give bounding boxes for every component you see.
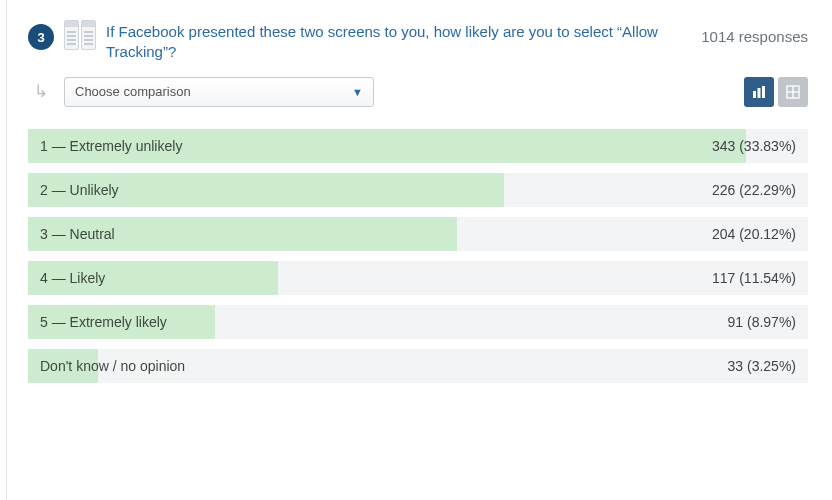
table-view-button[interactable]: [778, 77, 808, 107]
result-bar-value: 117 (11.54%): [712, 270, 796, 286]
question-text: If Facebook presented these two screens …: [106, 18, 691, 63]
result-bar-label: 3 — Neutral: [28, 226, 115, 242]
screenshot-thumb-2[interactable]: [81, 20, 96, 50]
result-bar-row: 2 — Unlikely226 (22.29%): [28, 173, 808, 207]
result-bar-label: 5 — Extremely likely: [28, 314, 167, 330]
compare-dropdown-label: Choose comparison: [75, 84, 191, 99]
svg-rect-1: [758, 88, 761, 98]
svg-rect-0: [753, 91, 756, 98]
result-bar-row: 4 — Likely117 (11.54%): [28, 261, 808, 295]
sub-arrow-icon: ↳: [28, 81, 54, 102]
compare-dropdown[interactable]: Choose comparison ▼: [64, 77, 374, 107]
result-bar-label: 1 — Extremely unlikely: [28, 138, 182, 154]
view-toggle: [744, 77, 808, 107]
result-bar-label: Don't know / no opinion: [28, 358, 185, 374]
result-bar-row: 1 — Extremely unlikely343 (33.83%): [28, 129, 808, 163]
question-number-badge: 3: [28, 24, 54, 50]
result-bar-value: 33 (3.25%): [728, 358, 796, 374]
result-bar-row: 3 — Neutral204 (20.12%): [28, 217, 808, 251]
svg-rect-2: [762, 86, 765, 98]
chevron-down-icon: ▼: [352, 86, 363, 98]
result-bar-row: Don't know / no opinion33 (3.25%): [28, 349, 808, 383]
result-bar-value: 91 (8.97%): [728, 314, 796, 330]
question-screenshot-thumbnails[interactable]: [64, 20, 96, 50]
result-bar-row: 5 — Extremely likely91 (8.97%): [28, 305, 808, 339]
grid-icon: [785, 84, 801, 100]
response-count: 1014 responses: [701, 18, 808, 45]
result-bar-value: 226 (22.29%): [712, 182, 796, 198]
result-bar-value: 204 (20.12%): [712, 226, 796, 242]
result-bar-label: 2 — Unlikely: [28, 182, 119, 198]
result-bar-label: 4 — Likely: [28, 270, 105, 286]
result-bar-value: 343 (33.83%): [712, 138, 796, 154]
results-bar-list: 1 — Extremely unlikely343 (33.83%)2 — Un…: [28, 129, 808, 383]
screenshot-thumb-1[interactable]: [64, 20, 79, 50]
chart-view-button[interactable]: [744, 77, 774, 107]
bar-chart-icon: [751, 84, 767, 100]
